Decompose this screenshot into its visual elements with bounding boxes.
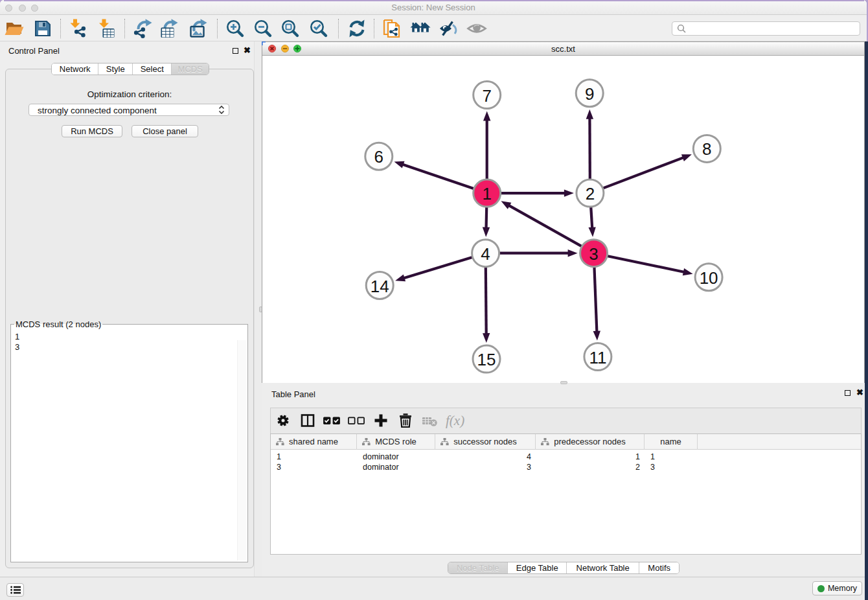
svg-text:10: 10: [700, 268, 718, 288]
svg-text:15: 15: [477, 350, 496, 369]
svg-text:11: 11: [589, 348, 606, 367]
svg-text:7: 7: [482, 86, 491, 106]
svg-text:6: 6: [374, 147, 383, 167]
svg-text:1: 1: [482, 184, 491, 203]
svg-text:8: 8: [702, 139, 711, 159]
svg-text:14: 14: [371, 277, 389, 296]
svg-text:9: 9: [585, 84, 594, 104]
svg-text:4: 4: [481, 244, 490, 264]
svg-text:2: 2: [586, 184, 595, 203]
svg-text:3: 3: [589, 244, 598, 264]
